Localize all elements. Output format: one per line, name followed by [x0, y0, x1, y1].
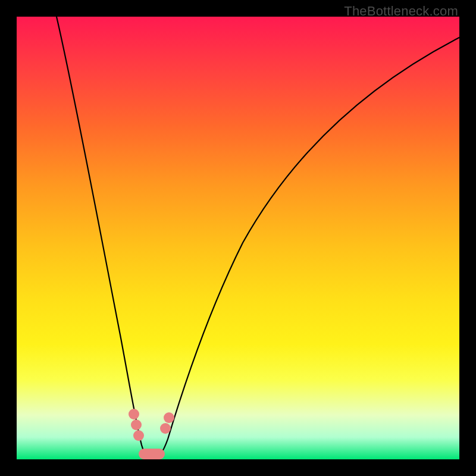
- curve-marker: [129, 409, 139, 419]
- curve-marker: [160, 423, 171, 434]
- attribution-label: TheBottleneck.com: [344, 4, 458, 19]
- bottleneck-curve-path: [57, 17, 459, 459]
- curve-marker: [164, 412, 174, 423]
- chart-plot-area: [17, 17, 459, 459]
- curve-marker: [133, 430, 144, 441]
- bottleneck-curve-svg: [17, 17, 459, 459]
- curve-bottom-band: [139, 449, 165, 459]
- curve-marker: [131, 419, 142, 430]
